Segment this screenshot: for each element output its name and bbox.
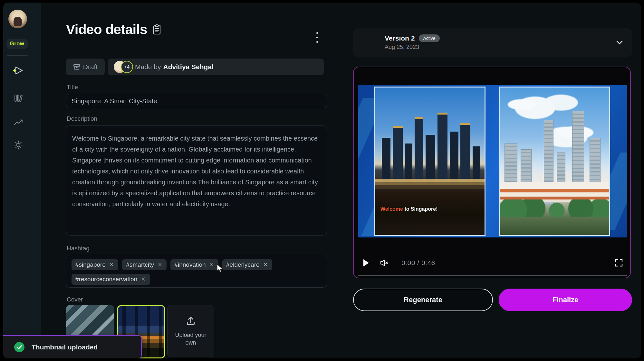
version-thumbnail (361, 34, 378, 51)
remove-hashtag-button[interactable]: ✕ (109, 262, 114, 268)
description-textarea[interactable]: Welcome to Singapore, a remarkable city … (66, 125, 327, 236)
draft-status-badge[interactable]: Draft (66, 59, 105, 75)
grow-badge[interactable]: Grow (6, 39, 28, 49)
version-selector[interactable]: Version 2 Active Aug 25, 2023 (353, 28, 632, 57)
version-dropdown-button[interactable] (616, 40, 623, 45)
hashtag-chip: #innovation✕ (170, 259, 218, 270)
version-name: Version 2 (385, 34, 415, 42)
muted-speaker-icon (380, 259, 389, 266)
hashtag-box[interactable]: #singapore✕#smartcity✕#innovation✕#elder… (66, 255, 327, 288)
user-avatar[interactable] (8, 10, 27, 28)
sidebar-item-library[interactable] (11, 91, 26, 106)
create-video-icon (13, 66, 24, 75)
upload-icon (186, 316, 196, 326)
video-caption: Welcome to Singapore! (380, 206, 438, 212)
hashtag-chip: #resourceconservation✕ (72, 274, 150, 285)
fullscreen-button[interactable] (615, 259, 623, 267)
avatar-stack: +4 (114, 60, 135, 73)
play-button[interactable] (363, 259, 369, 267)
library-icon (14, 93, 23, 103)
hashtag-label: #elderlycare (226, 261, 260, 268)
app-window: Grow (3, 3, 641, 358)
hashtag-label: #singapore (75, 261, 106, 268)
fullscreen-icon (615, 259, 623, 267)
player-controls: 0:00 / 0:46 (358, 256, 627, 269)
avatar-overflow-count: +4 (121, 61, 133, 73)
video-still-right (499, 87, 610, 236)
page-title-row: Video details (66, 22, 162, 37)
page-title: Video details (66, 22, 147, 37)
regenerate-button[interactable]: Regenerate (353, 289, 493, 311)
status-row: Draft +4 Made by Advitiya Sehgal (66, 59, 324, 75)
version-date: Aug 25, 2023 (385, 44, 440, 51)
success-check-icon (14, 342, 24, 352)
trending-up-icon (13, 118, 24, 127)
video-player: Welcome to Singapore! (353, 67, 631, 278)
hashtag-chip: #elderlycare✕ (222, 259, 272, 270)
upload-cover-card[interactable]: Upload your own (167, 305, 214, 357)
title-input[interactable] (66, 94, 327, 108)
active-status-badge: Active (419, 34, 439, 42)
remove-hashtag-button[interactable]: ✕ (209, 262, 215, 268)
hashtag-label: #innovation (174, 261, 206, 268)
play-icon (363, 259, 369, 267)
seek-bar[interactable] (358, 275, 627, 276)
description-field-label: Description (67, 115, 97, 122)
sidebar-item-settings[interactable] (11, 138, 26, 153)
draft-label: Draft (83, 63, 98, 71)
upload-label: Upload your own (173, 331, 208, 347)
remove-hashtag-button[interactable]: ✕ (157, 262, 163, 268)
sidebar-item-analytics[interactable] (11, 115, 26, 130)
hashtag-label: #resourceconservation (75, 276, 137, 283)
made-by-badge[interactable]: +4 Made by Advitiya Sehgal (108, 59, 324, 75)
archive-icon (73, 64, 80, 70)
made-by-name: Advitiya Sehgal (163, 63, 214, 71)
sidebar: Grow (3, 3, 41, 358)
hashtag-chip: #singapore✕ (72, 259, 118, 270)
video-canvas[interactable]: Welcome to Singapore! (358, 85, 627, 237)
title-field-label: Title (67, 84, 78, 91)
cover-field-label: Cover (67, 296, 83, 303)
hashtag-label: #smartcity (126, 261, 154, 268)
gear-icon (13, 140, 24, 150)
time-display: 0:00 / 0:46 (401, 259, 435, 267)
sidebar-divider (7, 55, 28, 56)
hashtag-chip: #smartcity✕ (122, 259, 167, 270)
video-still-left: Welcome to Singapore! (374, 87, 485, 236)
made-by-prefix: Made by (135, 63, 161, 71)
toast-notification: Thumbnail uploaded (3, 335, 142, 358)
toast-message: Thumbnail uploaded (32, 343, 98, 351)
script-copy-icon[interactable] (152, 24, 162, 35)
remove-hashtag-button[interactable]: ✕ (140, 276, 146, 282)
hashtag-field-label: Hashtag (67, 245, 90, 252)
sidebar-item-create[interactable] (11, 63, 26, 78)
remove-hashtag-button[interactable]: ✕ (263, 262, 268, 268)
mute-button[interactable] (380, 259, 389, 266)
kebab-menu-icon (316, 32, 318, 34)
finalize-button[interactable]: Finalize (499, 289, 632, 311)
chevron-down-icon (616, 40, 623, 45)
more-options-button[interactable] (311, 29, 323, 46)
